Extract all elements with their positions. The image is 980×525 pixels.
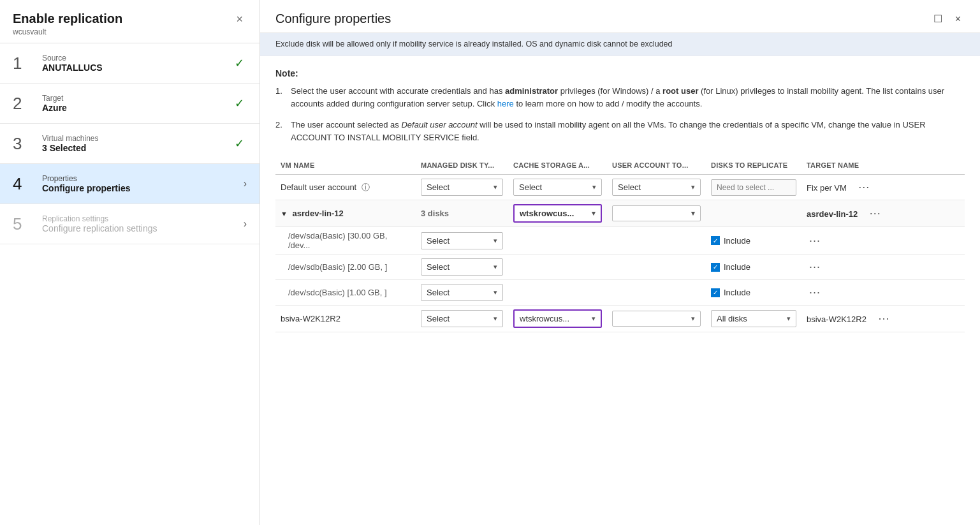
chevron-down-icon: ▾ [592, 314, 596, 323]
bsiva-more-button[interactable]: ··· [875, 311, 892, 327]
step-2: 2 Target Azure ✓ [0, 84, 260, 124]
info-banner: Exclude disk will be allowed only if mob… [260, 33, 980, 55]
step-5-label: Replication settings [42, 214, 238, 223]
default-user-account-value: Select [618, 182, 641, 192]
info-icon: ⓘ [362, 182, 370, 192]
left-close-button[interactable]: × [232, 11, 247, 27]
step-2-check-icon: ✓ [235, 96, 244, 110]
asrdev-user-account-cell: ▾ [607, 200, 706, 227]
sda-checkbox[interactable]: ✓ [711, 236, 720, 245]
col-header-disks-replicate: DISKS TO REPLICATE [706, 156, 801, 175]
sdb-managed-disk-dropdown[interactable]: Select ▾ [421, 258, 503, 276]
col-header-managed-disk: MANAGED DISK TY... [416, 156, 508, 175]
step-2-number: 2 [13, 95, 36, 112]
step-1-check-icon: ✓ [235, 56, 244, 70]
step-4[interactable]: 4 Properties Configure properties › [0, 164, 260, 204]
bsiva-cache-storage-dropdown[interactable]: wtskrowcus... ▾ [513, 309, 602, 328]
sdc-target-cell: ··· [801, 280, 965, 306]
asrdev-target-name-cell: asrdev-lin-12 ··· [801, 200, 965, 227]
col-header-cache-storage: CACHE STORAGE A... [508, 156, 607, 175]
expand-arrow-icon[interactable]: ▼ [281, 210, 288, 218]
bsiva-managed-disk-value: Select [427, 314, 450, 323]
sda-managed-disk-cell: Select ▾ [416, 227, 508, 255]
bsiva-target-name-label: bsiva-W2K12R2 [807, 314, 867, 324]
default-account-label: Default user account [281, 182, 356, 192]
sdb-managed-disk-value: Select [427, 262, 450, 272]
step-3-label: Virtual machines [42, 134, 235, 143]
step-5-number: 5 [13, 216, 36, 232]
sdb-cache-cell [508, 255, 607, 280]
sdb-checkbox[interactable]: ✓ [711, 263, 720, 272]
right-header: Configure properties ☐ × [260, 0, 980, 33]
note-section: Note: 1. Select the user account with ac… [275, 68, 965, 144]
sda-managed-disk-dropdown[interactable]: Select ▾ [421, 232, 503, 249]
sda-include-check: ✓ Include [711, 236, 796, 246]
here-link[interactable]: here [497, 99, 514, 108]
sda-include-label: Include [724, 236, 750, 246]
config-table: VM NAME MANAGED DISK TY... CACHE STORAGE… [275, 156, 965, 332]
right-panel: Configure properties ☐ × Exclude disk wi… [260, 0, 980, 525]
fix-per-vm-label: Fix per VM [807, 183, 847, 193]
sda-more-button[interactable]: ··· [807, 233, 823, 249]
note-1-text: Select the user account with accurate cr… [291, 85, 965, 110]
chevron-down-icon: ▾ [691, 183, 695, 191]
left-header: Enable replication wcusvault × [0, 0, 260, 43]
step-1-value: ANUTALLUCS [42, 63, 235, 73]
step-4-value: Configure properties [42, 183, 238, 193]
step-4-number: 4 [13, 175, 36, 192]
chevron-down-icon: ▾ [494, 314, 497, 323]
table-row: /dev/sdb(Basic) [2.00 GB, ] Select ▾ ✓ I… [275, 255, 965, 280]
note-item-1: 1. Select the user account with accurate… [275, 85, 965, 110]
asrdev-more-button[interactable]: ··· [867, 205, 884, 221]
default-cache-storage-dropdown[interactable]: Select ▾ [513, 179, 602, 196]
sdb-more-button[interactable]: ··· [807, 259, 823, 275]
note-2-text: The user account selected as Default use… [291, 119, 965, 144]
bsiva-disks-replicate-cell: All disks ▾ [706, 306, 801, 332]
chevron-down-icon: ▾ [494, 183, 497, 191]
chevron-down-icon: ▾ [787, 314, 791, 323]
minimize-button[interactable]: ☐ [930, 11, 946, 26]
step-2-label: Target [42, 94, 235, 103]
note-2-number: 2. [275, 119, 291, 144]
chevron-down-icon: ▾ [691, 209, 695, 218]
sda-user-cell [607, 227, 706, 255]
sdb-user-cell [607, 255, 706, 280]
col-header-target-name: TARGET NAME [801, 156, 965, 175]
left-panel: Enable replication wcusvault × 1 Source … [0, 0, 260, 525]
bsiva-user-account-cell: ▾ [607, 306, 706, 332]
step-3-number: 3 [13, 135, 36, 152]
bsiva-managed-disk-dropdown[interactable]: Select ▾ [421, 310, 503, 327]
asrdev-target-name-label: asrdev-lin-12 [807, 209, 858, 219]
default-managed-disk-dropdown[interactable]: Select ▾ [421, 179, 503, 196]
asrdev-cache-storage-dropdown[interactable]: wtskrowcus... ▾ [513, 204, 602, 223]
chevron-down-icon: ▾ [592, 183, 596, 191]
asrdev-disks-count: 3 disks [421, 209, 449, 218]
sdc-more-button[interactable]: ··· [807, 285, 823, 300]
chevron-down-icon: ▾ [494, 288, 497, 297]
sdc-cache-cell [508, 280, 607, 306]
default-user-account-dropdown[interactable]: Select ▾ [612, 179, 701, 196]
default-more-button[interactable]: ··· [856, 179, 872, 195]
note-list: 1. Select the user account with accurate… [275, 85, 965, 144]
table-row: ▼ asrdev-lin-12 3 disks wtskrowcus... ▾ [275, 200, 965, 227]
asrdev-disks-replicate-cell [706, 200, 801, 227]
table-header: VM NAME MANAGED DISK TY... CACHE STORAGE… [275, 156, 965, 175]
need-select-input[interactable] [711, 179, 796, 196]
right-close-button[interactable]: × [951, 11, 965, 26]
bsiva-user-account-dropdown[interactable]: ▾ [612, 311, 701, 327]
sda-cache-cell [508, 227, 607, 255]
sdc-managed-disk-dropdown[interactable]: Select ▾ [421, 284, 503, 301]
sdb-managed-disk-cell: Select ▾ [416, 255, 508, 280]
asrdev-user-account-dropdown[interactable]: ▾ [612, 205, 701, 221]
default-account-cell: Default user account ⓘ [275, 175, 416, 200]
bsiva-cache-storage-cell: wtskrowcus... ▾ [508, 306, 607, 332]
table-row: /dev/sdc(Basic) [1.00 GB, ] Select ▾ ✓ I… [275, 280, 965, 306]
step-2-value: Azure [42, 103, 235, 113]
step-4-label: Properties [42, 174, 238, 183]
steps-list: 1 Source ANUTALLUCS ✓ 2 Target Azure ✓ 3… [0, 43, 260, 244]
step-5-arrow-icon: › [244, 218, 247, 230]
sdc-name-cell: /dev/sdc(Basic) [1.00 GB, ] [275, 280, 416, 306]
sdc-checkbox[interactable]: ✓ [711, 288, 720, 297]
default-user-account-cell: Select ▾ [607, 175, 706, 200]
bsiva-disks-replicate-dropdown[interactable]: All disks ▾ [711, 310, 796, 327]
